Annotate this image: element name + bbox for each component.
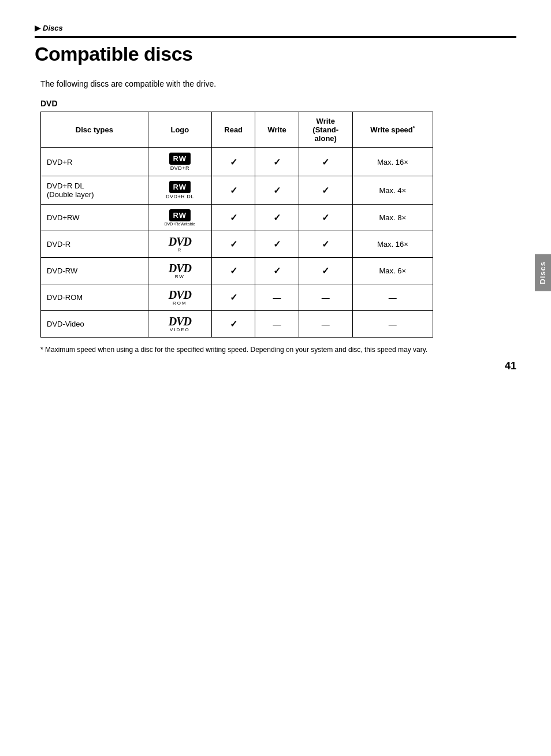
- table-row: DVD+R RW DVD+R ✓ ✓ ✓ Max. 16×: [41, 148, 433, 176]
- speed-dvdvideo: —: [352, 311, 433, 338]
- header-write-speed: Write speed*: [352, 112, 433, 148]
- read-dvdprdl: ✓: [211, 176, 255, 205]
- breadcrumb-arrow: ▶: [35, 24, 40, 32]
- header-read: Read: [211, 112, 255, 148]
- standalone-dvdpr: ✓: [299, 148, 352, 176]
- disc-name-dvdprw: DVD+RW: [41, 205, 148, 231]
- disc-name-dvdprdl: DVD+R DL(Double layer): [41, 176, 148, 205]
- speed-dvdprw: Max. 8×: [352, 205, 433, 231]
- speed-dvdrom: —: [352, 284, 433, 311]
- dvd-rom-logo-sub: ROM: [173, 301, 187, 306]
- table-row: DVD-R DVD R ✓ ✓ ✓ Max. 16×: [41, 231, 433, 258]
- standalone-dvdmrw: ✓: [299, 258, 352, 284]
- logo-dvdpr: RW DVD+R: [148, 148, 211, 176]
- table-row: DVD-ROM DVD ROM ✓ — — —: [41, 284, 433, 311]
- side-tab: Discs: [535, 254, 551, 291]
- header-standalone: Write(Stand-alone): [299, 112, 352, 148]
- write-dvdrom: —: [255, 284, 299, 311]
- read-dvdrom: ✓: [211, 284, 255, 311]
- speed-dvdmrw: Max. 6×: [352, 258, 433, 284]
- write-dvdpr: ✓: [255, 148, 299, 176]
- write-dvdvideo: —: [255, 311, 299, 338]
- read-dvdprw: ✓: [211, 205, 255, 231]
- dvd-r-logo-text: DVD: [169, 236, 191, 247]
- write-dvdprw: ✓: [255, 205, 299, 231]
- disc-name-dvdpr: DVD+R: [41, 148, 148, 176]
- read-dvdmrw: ✓: [211, 258, 255, 284]
- dvd-video-logo-text: DVD: [169, 316, 191, 327]
- standalone-dvdprdl: ✓: [299, 176, 352, 205]
- logo-dvdmr: DVD R: [148, 231, 211, 258]
- section-label: DVD: [40, 99, 516, 108]
- rw-dl-logo-sub: DVD+R DL: [166, 194, 194, 199]
- speed-dvdpr: Max. 16×: [352, 148, 433, 176]
- rw-logo-box: RW: [169, 153, 191, 165]
- read-dvdvideo: ✓: [211, 311, 255, 338]
- header-disc-types: Disc types: [41, 112, 148, 148]
- disc-table: Disc types Logo Read Write Write(Stand-a…: [40, 112, 433, 338]
- logo-dvdprw: RW DVD+ReWritable: [148, 205, 211, 231]
- table-row: DVD+RW RW DVD+ReWritable ✓ ✓ ✓ Max. 8×: [41, 205, 433, 231]
- logo-dvdrom: DVD ROM: [148, 284, 211, 311]
- rw-rw-logo-sub: DVD+ReWritable: [165, 222, 195, 226]
- title-rule: [35, 36, 516, 38]
- table-row: DVD-Video DVD VIDEO ✓ — — —: [41, 311, 433, 338]
- standalone-dvdprw: ✓: [299, 205, 352, 231]
- write-dvdmrw: ✓: [255, 258, 299, 284]
- page-number: 41: [505, 360, 516, 372]
- standalone-dvdrom: —: [299, 284, 352, 311]
- read-dvdpr: ✓: [211, 148, 255, 176]
- footnote-text: Maximum speed when using a disc for the …: [45, 346, 427, 354]
- read-dvdmr: ✓: [211, 231, 255, 258]
- write-dvdmr: ✓: [255, 231, 299, 258]
- logo-dvdvideo: DVD VIDEO: [148, 311, 211, 338]
- table-row: DVD+R DL(Double layer) RW DVD+R DL ✓ ✓ ✓…: [41, 176, 433, 205]
- disc-name-dvdmr: DVD-R: [41, 231, 148, 258]
- speed-dvdprdl: Max. 4×: [352, 176, 433, 205]
- dvd-rw-logo-sub: RW: [175, 274, 185, 279]
- footnote: * Maximum speed when using a disc for th…: [40, 344, 433, 355]
- disc-name-dvdrom: DVD-ROM: [41, 284, 148, 311]
- header-logo: Logo: [148, 112, 211, 148]
- standalone-dvdvideo: —: [299, 311, 352, 338]
- dvd-rom-logo-text: DVD: [169, 289, 191, 301]
- logo-dvdprdl: RW DVD+R DL: [148, 176, 211, 205]
- breadcrumb: ▶Discs: [35, 23, 516, 32]
- speed-dvdmr: Max. 16×: [352, 231, 433, 258]
- standalone-dvdmr: ✓: [299, 231, 352, 258]
- rw-logo-sub: DVD+R: [170, 165, 189, 171]
- disc-name-dvdvideo: DVD-Video: [41, 311, 148, 338]
- table-row: DVD-RW DVD RW ✓ ✓ ✓ Max. 6×: [41, 258, 433, 284]
- dvd-rw-logo-text: DVD: [169, 262, 191, 274]
- page-title: Compatible discs: [35, 43, 516, 65]
- table-header-row: Disc types Logo Read Write Write(Stand-a…: [41, 112, 433, 148]
- logo-dvdmrw: DVD RW: [148, 258, 211, 284]
- breadcrumb-text: ▶Discs: [35, 24, 63, 32]
- footnote-asterisk: *: [40, 346, 43, 354]
- dvd-r-logo-sub: R: [177, 247, 182, 253]
- write-dvdprdl: ✓: [255, 176, 299, 205]
- page-container: ▶Discs Compatible discs The following di…: [0, 0, 551, 390]
- rw-rw-logo-box: RW: [169, 209, 191, 221]
- intro-text: The following discs are compatible with …: [40, 79, 516, 88]
- disc-name-dvdmrw: DVD-RW: [41, 258, 148, 284]
- header-write: Write: [255, 112, 299, 148]
- rw-dl-logo-box: RW: [169, 181, 191, 193]
- dvd-video-logo-sub: VIDEO: [170, 327, 190, 332]
